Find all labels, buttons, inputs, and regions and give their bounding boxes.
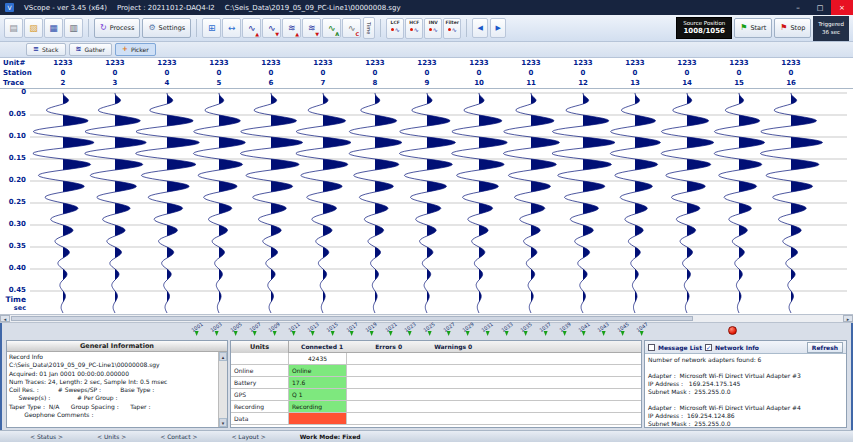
station-marker[interactable]: 1009 (268, 324, 281, 336)
units-header[interactable]: Units (231, 341, 289, 353)
open-folder-icon[interactable]: ▨ (24, 18, 43, 38)
station-number: 0 (61, 69, 66, 78)
trace-number[interactable]: 7 (321, 79, 326, 88)
station-marker[interactable]: 1041 (578, 324, 591, 336)
scroll-right-button[interactable]: ▸ (843, 315, 853, 322)
station-marker[interactable]: 1043 (597, 324, 610, 336)
horizontal-scrollbar[interactable]: ◂ ▸ (0, 314, 853, 323)
scrollbar-thumb[interactable] (11, 316, 693, 321)
info-line: Sweep(s) : # Per Group : (9, 394, 216, 402)
station-marker[interactable]: 1037 (539, 324, 552, 336)
stop-button[interactable]: ⚑ Stop (774, 18, 811, 38)
seismic-plot-area[interactable]: 00.050.100.150.200.250.300.350.400.45Tim… (0, 88, 853, 314)
station-marker[interactable]: 1007 (249, 324, 262, 336)
pan-button[interactable]: ↔ (222, 18, 241, 38)
general-information-header[interactable]: General Information (7, 341, 227, 352)
trace-number[interactable]: 6 (269, 79, 274, 88)
agc-button[interactable]: ∿A (322, 18, 341, 38)
unit-number: 1233 (209, 59, 228, 68)
station-marker[interactable]: 1021 (384, 324, 397, 336)
trace-number[interactable]: 11 (526, 79, 536, 88)
unit-id-header[interactable]: 42435 (289, 353, 347, 364)
station-marker[interactable]: 1039 (558, 324, 571, 336)
station-marker-strip: 1001100310051007100910111013101510171019… (0, 324, 853, 340)
seismic-traces-canvas[interactable] (0, 89, 853, 315)
lcf-button[interactable]: LCF∿ (386, 18, 404, 39)
station-marker[interactable]: 1025 (423, 324, 436, 336)
trace-number[interactable]: 8 (373, 79, 378, 88)
refresh-button[interactable]: Refresh (807, 342, 843, 353)
gain-all-up-button[interactable]: ≋▲ (282, 18, 301, 38)
settings-button[interactable]: ⚙ Settings (142, 18, 191, 38)
station-marker[interactable]: 1033 (500, 324, 513, 336)
message-list-checkbox[interactable] (648, 344, 655, 351)
station-marker[interactable]: 1003 (210, 324, 223, 336)
station-marker[interactable]: 1023 (403, 324, 416, 336)
trace-number[interactable]: 3 (113, 79, 118, 88)
title-bar[interactable]: V VScope - ver 3.45 (x64) Project : 2021… (0, 0, 853, 15)
statusbar-tab[interactable]: < Contact > (160, 433, 197, 440)
station-marker[interactable]: 1005 (229, 324, 242, 336)
close-button[interactable]: × (831, 0, 853, 15)
gain-up-button[interactable]: ∿▲ (242, 18, 261, 38)
new-file-icon[interactable]: ▤ (4, 18, 23, 38)
zoom-box-button[interactable]: ⊞ (202, 18, 221, 38)
gain-all-down-button[interactable]: ≋▼ (302, 18, 321, 38)
station-marker[interactable]: 1029 (462, 324, 475, 336)
statusbar-tab[interactable]: < Status > (30, 433, 63, 440)
trace-number[interactable]: 15 (734, 79, 744, 88)
previous-record-button[interactable]: ◀ (472, 18, 488, 38)
unit-status-row: GPSQ 1 (231, 389, 641, 401)
network-info-label[interactable]: Network Info (715, 344, 759, 351)
station-number: 0 (581, 69, 586, 78)
start-button[interactable]: ⚑ Start (734, 18, 772, 38)
trace-number[interactable]: 12 (578, 79, 588, 88)
source-location-marker[interactable] (728, 326, 737, 335)
station-marker[interactable]: 1031 (481, 324, 494, 336)
maximize-button[interactable]: □ (809, 0, 831, 15)
station-marker[interactable]: 1027 (442, 324, 455, 336)
statusbar-tab[interactable]: < Units > (97, 433, 126, 440)
trace-number[interactable]: 9 (425, 79, 430, 88)
station-marker[interactable]: 1015 (326, 324, 339, 336)
info-scrollbar[interactable]: ▴ ▾ (218, 352, 227, 427)
trace-number[interactable]: 13 (630, 79, 640, 88)
clip-button[interactable]: ∿C (342, 18, 361, 38)
stack-button[interactable]: ≡Stack (26, 43, 66, 56)
view-tool-group: ⊞↔∿▲∿▼≋▲≋▼∿A∿C (202, 18, 361, 38)
station-marker[interactable]: 1013 (307, 324, 320, 336)
statusbar-tab[interactable]: < Layout > (231, 433, 265, 440)
minimize-button[interactable]: – (787, 0, 809, 15)
scroll-up-button[interactable]: ▴ (219, 352, 227, 361)
next-record-button[interactable]: ▶ (490, 18, 506, 38)
trace-number[interactable]: 14 (682, 79, 692, 88)
scroll-left-button[interactable]: ◂ (0, 315, 10, 322)
station-marker[interactable]: 1035 (520, 324, 533, 336)
save-icon[interactable]: ▦ (44, 18, 63, 38)
scroll-down-button[interactable]: ▾ (219, 418, 227, 427)
station-marker[interactable]: 1017 (345, 324, 358, 336)
time-scale-button[interactable]: Time (363, 17, 375, 39)
trace-number[interactable]: 2 (61, 79, 66, 88)
inv-button[interactable]: INV∿ (424, 18, 442, 39)
hcf-button[interactable]: HCF∿ (405, 18, 423, 39)
station-marker[interactable]: 1011 (287, 324, 300, 336)
station-marker[interactable]: 1019 (365, 324, 378, 336)
station-marker[interactable]: 1001 (191, 324, 204, 336)
picker-button[interactable]: +Picker (115, 43, 156, 56)
trace-number[interactable]: 5 (217, 79, 222, 88)
filter-button[interactable]: Filter∿ (443, 18, 461, 39)
network-info-line: Adapter : Microsoft Wi-Fi Direct Virtual… (648, 404, 843, 412)
print-icon[interactable]: ▥ (64, 18, 83, 38)
message-list-label[interactable]: Message List (658, 344, 702, 351)
trace-number[interactable]: 4 (165, 79, 170, 88)
trace-number[interactable]: 10 (474, 79, 484, 88)
station-marker[interactable]: 1047 (636, 324, 649, 336)
gather-button[interactable]: ≋Gather (69, 43, 113, 56)
trace-number[interactable]: 16 (786, 79, 796, 88)
network-info-checkbox[interactable]: ✓ (705, 344, 712, 351)
station-marker[interactable]: 1045 (616, 324, 629, 336)
process-button[interactable]: ↻ Process (94, 18, 140, 38)
gain-down-button[interactable]: ∿▼ (262, 18, 281, 38)
unit-status-value: Recording (289, 401, 347, 412)
